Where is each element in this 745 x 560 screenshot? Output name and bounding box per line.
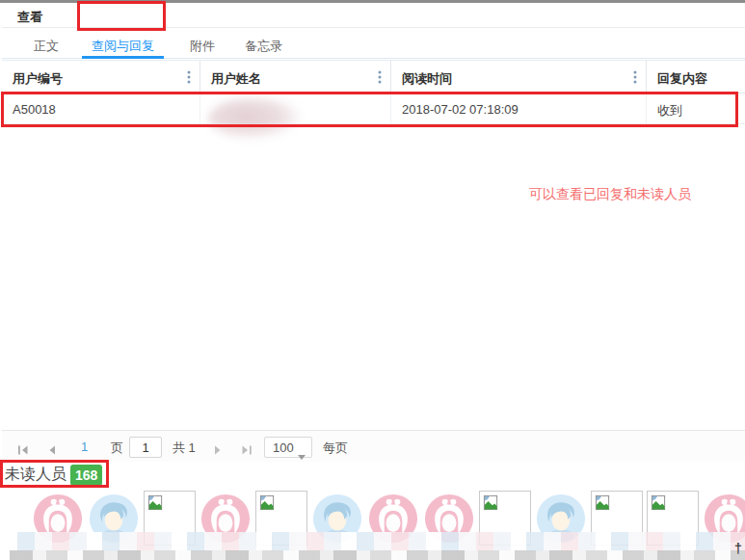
column-header-read-time[interactable]: 阅读时间 — [390, 61, 646, 93]
tab-attachments[interactable]: 附件 — [190, 38, 215, 55]
page-input[interactable] — [129, 437, 162, 458]
highlight-rect-table-row — [1, 92, 738, 127]
page-size-value: 100 — [273, 440, 294, 455]
grid-header: 用户编号 用户姓名 阅读时间 回复内容 — [2, 60, 745, 93]
grid-pager: 1 页 共 1 100 每页 — [2, 430, 745, 462]
last-page-button[interactable] — [241, 441, 253, 451]
broken-image-icon — [595, 494, 611, 511]
page-total-label: 共 1 — [173, 440, 196, 457]
blurred-names-band — [2, 532, 745, 551]
broken-image-icon — [147, 494, 164, 511]
broken-image-icon — [651, 494, 667, 511]
page-label: 页 — [111, 440, 123, 457]
highlight-rect-active-tab — [77, 1, 166, 31]
highlight-rect-unread — [0, 460, 109, 488]
column-header-user-id[interactable]: 用户编号 — [2, 61, 200, 93]
chevron-down-icon — [298, 446, 306, 464]
column-header-reply-content[interactable]: 回复内容 — [646, 61, 745, 93]
first-page-button[interactable] — [17, 441, 29, 451]
page-number-button[interactable]: 1 — [81, 440, 88, 454]
column-menu-icon[interactable] — [187, 70, 191, 88]
tab-memo[interactable]: 备忘录 — [245, 38, 282, 55]
dialog-title: 查看 — [17, 9, 42, 26]
annotation-text: 可以查看已回复和未读人员 — [529, 186, 691, 203]
broken-image-icon — [483, 494, 499, 511]
broken-image-icon — [259, 494, 276, 511]
page-size-dropdown[interactable]: 100 — [264, 437, 312, 458]
next-page-button[interactable] — [212, 441, 224, 451]
blurred-names-band — [10, 550, 745, 560]
tab-read-and-reply[interactable]: 查阅与回复 — [92, 38, 154, 55]
view-dialog: 查看 正文 查阅与回复 附件 备忘录 用户编号 用户姓名 阅读时间 — [0, 0, 745, 560]
column-menu-icon[interactable] — [633, 70, 637, 88]
active-tab-underline — [82, 56, 164, 59]
tab-strip: 正文 查阅与回复 附件 备忘录 — [2, 29, 745, 59]
prev-page-button[interactable] — [46, 441, 58, 451]
tab-body-text[interactable]: 正文 — [34, 38, 59, 55]
column-menu-icon[interactable] — [378, 70, 382, 88]
per-page-label: 每页 — [323, 440, 348, 457]
column-header-user-name[interactable]: 用户姓名 — [200, 61, 390, 93]
clipped-text-artifact: † — [734, 541, 742, 556]
